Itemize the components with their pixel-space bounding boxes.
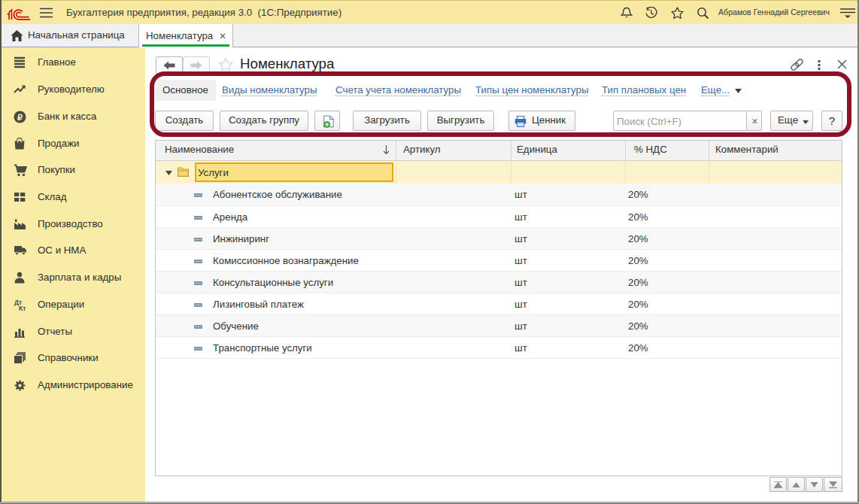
svg-text:Кт: Кт [19,305,26,311]
svg-text:₽: ₽ [17,113,23,122]
